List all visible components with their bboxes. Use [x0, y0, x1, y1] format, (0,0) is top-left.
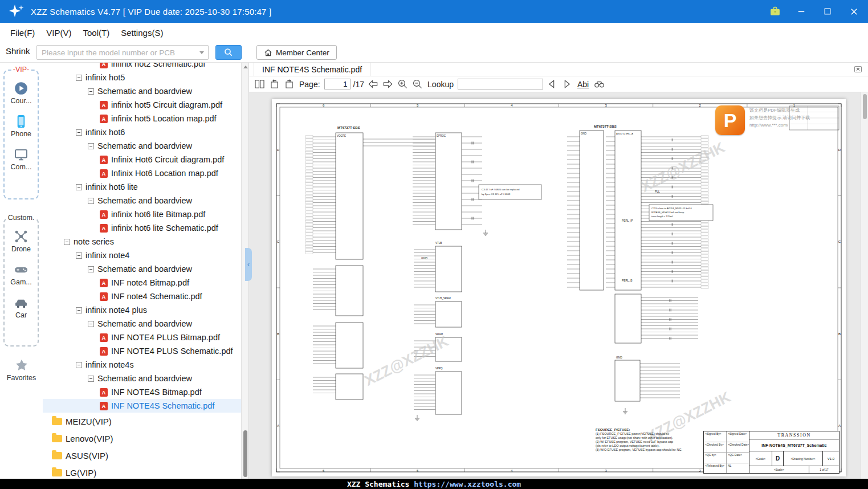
tree-item[interactable]: AINF NOTE4 PLUS Schematic.pdf — [43, 344, 248, 358]
viewer-scrollbar[interactable] — [861, 92, 868, 479]
tree-item[interactable]: infinix note4 — [43, 248, 248, 262]
tree-item[interactable]: AINF note4 Bitmap.pdf — [43, 276, 248, 290]
minimize-button[interactable] — [795, 5, 808, 18]
search-prev-icon[interactable] — [546, 78, 558, 90]
sidebar-item-phone[interactable]: Phone — [11, 114, 31, 138]
collapse-icon[interactable] — [76, 307, 82, 313]
tree-item[interactable]: infinix hot5 — [43, 71, 248, 84]
svg-text:5: 5 — [417, 104, 419, 107]
tree-item[interactable]: Ainfinix hot2 Schematic.pdf — [43, 63, 248, 71]
zoom-in-icon[interactable] — [397, 78, 409, 90]
pdf-page[interactable]: 665544332211DDCCBBAAMT6737T-SBSVOCREEPRO… — [272, 99, 846, 476]
collapse-icon[interactable] — [76, 362, 82, 368]
tree-item-label: infinix hot6 — [85, 128, 125, 137]
menu-item-settingss[interactable]: Settings(S) — [115, 28, 169, 38]
collapse-icon[interactable] — [76, 75, 82, 81]
shrink-button[interactable]: Shrink — [6, 46, 30, 56]
sidebar-item-favorites[interactable]: Favorites — [0, 358, 43, 382]
tree-item[interactable]: Schematic and boardview — [43, 317, 248, 331]
sidebar-item-course[interactable]: Cour... — [11, 81, 32, 105]
tree-item[interactable]: Ainfinix hot5 Circuit diagram.pdf — [43, 98, 248, 112]
maximize-button[interactable] — [821, 5, 834, 18]
sidebar-item-car[interactable]: Car — [14, 295, 28, 319]
tree-item[interactable]: Ainfinix hot6 lite Bitmap.pdf — [43, 207, 248, 221]
tree-item[interactable]: infinix hot6 — [43, 125, 248, 139]
close-button[interactable] — [847, 5, 860, 18]
sidebar-item-computer[interactable]: Com... — [11, 147, 32, 171]
status-url[interactable]: https://www.xzztools.com — [414, 480, 521, 488]
collapse-icon[interactable] — [88, 88, 94, 95]
tree-item[interactable]: ASUS(VIP) — [43, 447, 248, 464]
match-case-toggle[interactable]: Abi — [577, 80, 589, 89]
collapse-icon[interactable] — [64, 239, 70, 245]
tree-item[interactable]: Ainfinix hot6 lite Schematic.pdf — [43, 221, 248, 235]
rotate-left-icon[interactable] — [268, 78, 280, 90]
collapse-icon[interactable] — [88, 143, 94, 149]
tree-item[interactable]: AInfinix Hot6 Circuit diagram.pdf — [43, 153, 248, 166]
sidebar-item-drone[interactable]: Drone — [11, 229, 31, 253]
tab-document[interactable]: INF NOTE4S Schematic.pdf — [254, 63, 370, 76]
binoculars-icon[interactable] — [593, 78, 605, 90]
tree-panel: Ainfinix hot2 Schematic.pdfinfinix hot5S… — [43, 63, 249, 479]
collapse-icon[interactable] — [76, 184, 82, 190]
title-block-sheet: 1 of 17 — [809, 466, 839, 473]
collapse-icon[interactable] — [76, 252, 82, 259]
pdf-editor-note: 该文档是PDF编辑器生成如果想去掉提示,请访问并下载http://www.***… — [749, 107, 841, 129]
viewer-scrollbar-thumb[interactable] — [863, 94, 867, 119]
tree-item-label: infinix note4 — [85, 251, 129, 260]
collapse-icon[interactable] — [88, 376, 94, 382]
panel-collapse-handle[interactable]: ‹ — [245, 248, 252, 281]
tree-item-label: Schematic and boardview — [97, 196, 192, 205]
model-search-input[interactable] — [36, 45, 209, 60]
tree-item[interactable]: AINF NOTE4 PLUS Bitmap.pdf — [43, 331, 248, 344]
tree-item[interactable]: Schematic and boardview — [43, 194, 248, 207]
collapse-icon[interactable] — [88, 198, 94, 204]
tree-item[interactable]: Schematic and boardview — [43, 262, 248, 276]
rotate-right-icon[interactable] — [283, 78, 295, 90]
tree-item[interactable]: note series — [43, 235, 248, 248]
pdf-canvas[interactable]: 665544332211DDCCBBAAMT6737T-SBSVOCREEPRO… — [249, 92, 868, 479]
menu-item-vipv[interactable]: VIP(V) — [40, 28, 77, 38]
tree-item[interactable]: Ainfinix hot5 Location map.pdf — [43, 112, 248, 125]
folder-icon — [52, 418, 62, 425]
collapse-icon[interactable] — [76, 129, 82, 136]
tree-item[interactable]: Schematic and boardview — [43, 372, 248, 385]
tree-item[interactable]: AInfinix Hot6 Location map.pdf — [43, 166, 248, 180]
tree-item[interactable]: AINF NOTE4S Schematic.pdf — [43, 399, 248, 413]
vip-group: -VIP- Cour...PhoneCom... — [3, 70, 39, 199]
tree-item[interactable]: Lenovo(VIP) — [43, 430, 248, 447]
sidebar-item-game[interactable]: Gam... — [10, 262, 32, 286]
tree-item-label: INF NOTE4 PLUS Schematic.pdf — [111, 347, 233, 356]
page-layout-icon[interactable] — [254, 78, 266, 90]
tab-bar: INF NOTE4S Schematic.pdf — [249, 63, 868, 76]
page-number-input[interactable] — [324, 79, 351, 89]
scroll-up-icon[interactable] — [243, 66, 248, 68]
tree-item[interactable]: MEIZU(VIP) — [43, 413, 248, 430]
tree-item[interactable]: AINF note4 Schematic.pdf — [43, 290, 248, 303]
member-center-button[interactable]: Member Center — [256, 45, 337, 60]
next-page-icon[interactable] — [382, 78, 394, 90]
pdf-icon: A — [100, 402, 108, 410]
prev-page-icon[interactable] — [367, 78, 379, 90]
tree-item-label: infinix hot2 Schematic.pdf — [111, 63, 205, 68]
close-tab-icon[interactable] — [852, 64, 863, 75]
menu-item-filef[interactable]: File(F) — [5, 28, 40, 38]
search-button[interactable] — [215, 45, 242, 60]
tree-scrollbar-thumb[interactable] — [243, 430, 247, 477]
tree-item[interactable]: AINF NOTE4S Bitmap.pdf — [43, 385, 248, 399]
zoom-out-icon[interactable] — [411, 78, 423, 90]
lookup-input[interactable] — [458, 79, 543, 89]
tree-item[interactable]: infinix note4s — [43, 358, 248, 372]
course-icon — [14, 81, 28, 96]
tree-item[interactable]: infinix hot6 lite — [43, 180, 248, 194]
vip-package-icon[interactable] — [769, 5, 781, 18]
schematic-notes-title: FSOURCE_P/EFUSE: — [596, 428, 703, 432]
tree-item[interactable]: Schematic and boardview — [43, 84, 248, 98]
collapse-icon[interactable] — [88, 321, 94, 327]
menu-item-toolt[interactable]: Tool(T) — [78, 28, 116, 38]
collapse-icon[interactable] — [88, 266, 94, 272]
tree-item[interactable]: LG(VIP) — [43, 464, 248, 479]
search-next-icon[interactable] — [561, 78, 573, 90]
tree-item[interactable]: infinix note4 plus — [43, 303, 248, 317]
tree-item[interactable]: Schematic and boardview — [43, 139, 248, 153]
